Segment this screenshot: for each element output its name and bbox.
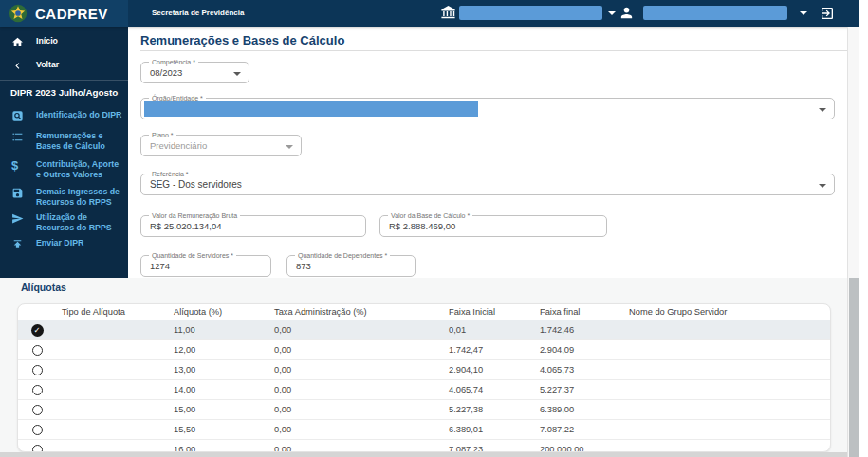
faixa-final-cell: 2.904,09 xyxy=(534,345,623,355)
column-header: Faixa Inicial xyxy=(443,307,534,317)
aliquotas-section: Alíquotas Tipo de Alíquota Alíquota (%) … xyxy=(0,278,859,457)
table-row[interactable]: 15,50 0,00 6.389,01 7.087,22 xyxy=(18,419,830,439)
entity-dropdown-redacted-value[interactable] xyxy=(459,6,602,20)
column-header: Nome do Grupo Servidor xyxy=(623,307,830,317)
radio-unselected-icon[interactable] xyxy=(32,445,43,453)
referencia-select[interactable]: Referência * SEG - Dos servidores xyxy=(140,174,835,195)
brazil-coat-of-arms-icon xyxy=(8,3,28,24)
faixa-final-cell: 200.000,00 xyxy=(534,445,623,452)
faixa-inicial-cell: 2.904,10 xyxy=(443,365,534,375)
valor-base-calculo-label: Valor da Base de Cálculo * xyxy=(388,211,472,220)
user-dropdown-caret-icon[interactable] xyxy=(800,11,807,15)
chevron-down-icon xyxy=(819,184,826,188)
table-row[interactable]: 14,00 0,00 4.065,74 5.227,37 xyxy=(18,379,830,399)
chevron-down-icon xyxy=(233,72,241,76)
radio-cell[interactable] xyxy=(18,324,56,337)
person-icon xyxy=(619,5,635,21)
aliquota-cell: 14,00 xyxy=(168,385,268,394)
faixa-final-cell: 5.227,37 xyxy=(534,385,623,394)
radio-unselected-icon[interactable] xyxy=(32,365,43,375)
sidebar-item-label: Identificação do DIPR xyxy=(36,110,123,120)
valor-remuneracao-bruta-value: R$ 25.020.134,04 xyxy=(150,221,222,231)
faixa-inicial-cell: 4.065,74 xyxy=(443,385,534,394)
radio-cell[interactable] xyxy=(18,345,56,356)
radio-cell[interactable] xyxy=(18,405,56,415)
bank-icon xyxy=(440,5,456,21)
valor-base-calculo-input[interactable]: Valor da Base de Cálculo * R$ 2.888.469,… xyxy=(379,215,607,237)
logout-icon[interactable] xyxy=(820,6,835,21)
aliquota-cell: 15,50 xyxy=(168,425,268,434)
radio-cell[interactable] xyxy=(18,365,56,375)
aliquota-cell: 16,00 xyxy=(168,445,268,452)
valor-remuneracao-bruta-input[interactable]: Valor da Remuneração Bruta R$ 25.020.134… xyxy=(140,215,366,237)
faixa-final-cell: 4.065,73 xyxy=(534,365,623,375)
column-header: Faixa final xyxy=(534,307,623,317)
column-header: Tipo de Alíquota xyxy=(56,307,168,317)
plano-select[interactable]: Plano * Previdenciário xyxy=(140,135,302,156)
sidebar-item-label: Voltar xyxy=(36,60,123,70)
sidebar-item-enviar-dipr[interactable]: Enviar DIPR xyxy=(0,238,123,250)
table-row[interactable]: 12,00 0,00 1.742,47 2.904,09 xyxy=(18,339,830,359)
radio-unselected-icon[interactable] xyxy=(32,425,43,435)
brand-block: CADPREV xyxy=(0,0,128,27)
column-header: Taxa Administração (%) xyxy=(268,307,443,317)
aliquota-cell: 15,00 xyxy=(168,405,268,414)
aliquotas-table: Tipo de Alíquota Alíquota (%) Taxa Admin… xyxy=(17,303,831,452)
aliquota-cell: 13,00 xyxy=(168,365,268,375)
sidebar: Início Voltar DIPR 2023 Julho/Agosto Ide… xyxy=(0,27,128,278)
radio-cell[interactable] xyxy=(18,385,56,395)
send-icon xyxy=(11,212,25,225)
radio-unselected-icon[interactable] xyxy=(32,385,43,395)
taxa-cell: 0,00 xyxy=(268,405,443,414)
sidebar-section-title: DIPR 2023 Julho/Agosto xyxy=(10,87,118,98)
faixa-inicial-cell: 0,01 xyxy=(443,325,534,335)
sidebar-item-label: Utilização de Recursos do RPPS xyxy=(36,212,123,234)
aliquotas-section-title: Alíquotas xyxy=(21,282,66,293)
table-row[interactable]: 16,00 0,00 7.087,23 200.000,00 xyxy=(18,439,830,452)
sidebar-item-remuneracoes[interactable]: Remunerações e Bases de Cálculo xyxy=(0,131,123,153)
radio-cell[interactable] xyxy=(18,425,56,435)
valor-remuneracao-bruta-label: Valor da Remuneração Bruta xyxy=(149,211,240,220)
quantidade-servidores-input[interactable]: Quantidade de Servidores * 1274 xyxy=(140,255,271,277)
right-gutter xyxy=(859,0,868,457)
orgao-entidade-redacted-value xyxy=(144,101,478,117)
sidebar-item-label: Contribuição, Aporte e Outros Valores xyxy=(36,159,123,181)
chevron-down-icon xyxy=(819,108,826,112)
table-row[interactable]: 11,00 0,00 0,01 1.742,46 xyxy=(18,320,830,339)
dollar-icon: $ xyxy=(11,159,25,172)
plano-label: Plano * xyxy=(149,131,176,139)
radio-unselected-icon[interactable] xyxy=(32,345,43,356)
orgao-entidade-select[interactable]: Órgão/Entidade * xyxy=(140,98,835,119)
vertical-scrollbar-track[interactable] xyxy=(847,27,859,457)
radio-selected-icon[interactable] xyxy=(31,324,44,337)
taxa-cell: 0,00 xyxy=(268,345,443,355)
window-bottom-edge xyxy=(0,452,859,457)
chevron-down-icon xyxy=(286,145,293,149)
sidebar-item-utilizacao-recursos[interactable]: Utilização de Recursos do RPPS xyxy=(0,212,123,234)
sidebar-item-voltar[interactable]: Voltar xyxy=(0,60,123,72)
competencia-select[interactable]: Competência * 08/2023 xyxy=(140,62,249,83)
document-search-icon xyxy=(11,110,25,122)
user-dropdown-redacted-value[interactable] xyxy=(643,6,787,20)
radio-unselected-icon[interactable] xyxy=(32,405,43,415)
vertical-scrollbar-thumb[interactable] xyxy=(849,278,859,457)
taxa-cell: 0,00 xyxy=(268,365,443,375)
sidebar-item-identificacao-dipr[interactable]: Identificação do DIPR xyxy=(0,110,123,122)
upload-icon xyxy=(11,238,25,250)
sidebar-item-inicio[interactable]: Início xyxy=(0,36,123,48)
sidebar-divider xyxy=(0,80,128,81)
list-icon xyxy=(11,131,25,143)
sidebar-item-label: Demais Ingressos de Recursos do RPPS xyxy=(36,187,123,209)
chevron-left-icon xyxy=(11,60,25,72)
sidebar-item-contribuicao[interactable]: $ Contribuição, Aporte e Outros Valores xyxy=(0,159,123,181)
sidebar-item-label: Enviar DIPR xyxy=(36,238,123,248)
table-row[interactable]: 13,00 0,00 2.904,10 4.065,73 xyxy=(18,359,830,379)
valor-base-calculo-value: R$ 2.888.469,00 xyxy=(389,221,455,231)
column-header: Alíquota (%) xyxy=(168,307,268,317)
radio-cell[interactable] xyxy=(18,445,56,453)
sidebar-item-label: Remunerações e Bases de Cálculo xyxy=(36,131,123,153)
entity-dropdown-caret-icon[interactable] xyxy=(608,11,616,15)
quantidade-dependentes-input[interactable]: Quantidade de Dependentes * 873 xyxy=(286,255,416,277)
table-row[interactable]: 15,00 0,00 5.227,38 6.389,00 xyxy=(18,399,830,419)
sidebar-item-demais-ingressos[interactable]: Demais Ingressos de Recursos do RPPS xyxy=(0,187,123,209)
